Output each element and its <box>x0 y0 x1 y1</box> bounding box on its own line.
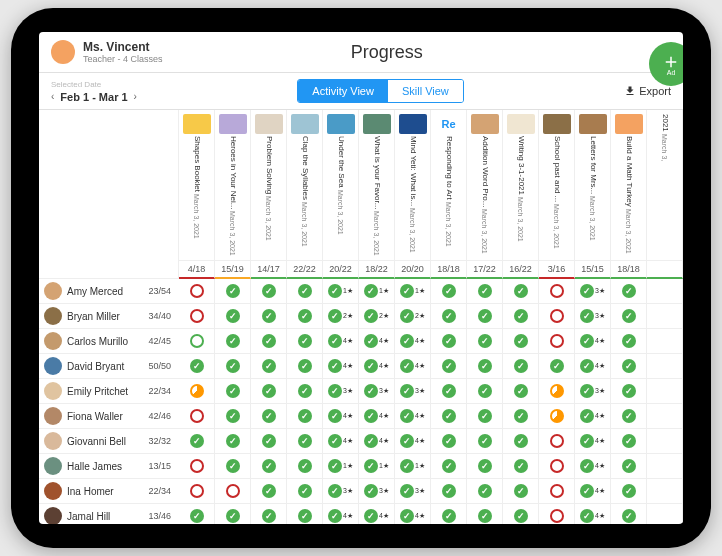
activity-header[interactable]: Under the SeaMarch 3, 2021 <box>323 110 359 260</box>
progress-cell[interactable] <box>539 379 575 404</box>
progress-cell[interactable] <box>287 504 323 524</box>
student-row-label[interactable]: Amy Merced23/54 <box>39 279 179 304</box>
progress-cell[interactable] <box>611 504 647 524</box>
progress-cell[interactable] <box>503 379 539 404</box>
progress-cell[interactable] <box>539 279 575 304</box>
progress-cell[interactable] <box>539 404 575 429</box>
progress-cell[interactable] <box>611 379 647 404</box>
progress-cell[interactable]: 4★ <box>395 404 431 429</box>
progress-grid[interactable]: Shapes BookletMarch 3, 2021Heroes in You… <box>39 110 683 524</box>
progress-cell[interactable] <box>287 379 323 404</box>
progress-cell[interactable] <box>179 454 215 479</box>
progress-cell[interactable] <box>611 429 647 454</box>
progress-cell[interactable]: 3★ <box>323 479 359 504</box>
progress-cell[interactable] <box>251 379 287 404</box>
progress-cell[interactable] <box>611 304 647 329</box>
progress-cell[interactable] <box>215 479 251 504</box>
progress-cell[interactable] <box>611 279 647 304</box>
student-row-label[interactable]: Ina Homer22/34 <box>39 479 179 504</box>
progress-cell[interactable] <box>179 429 215 454</box>
progress-cell[interactable] <box>431 479 467 504</box>
progress-cell[interactable] <box>539 304 575 329</box>
progress-cell[interactable] <box>179 379 215 404</box>
progress-cell[interactable]: 4★ <box>575 454 611 479</box>
progress-cell[interactable]: 3★ <box>575 279 611 304</box>
progress-cell[interactable]: 4★ <box>575 479 611 504</box>
progress-cell[interactable]: 4★ <box>323 404 359 429</box>
activity-header[interactable]: Heroes in Your Nei...March 3, 2021 <box>215 110 251 260</box>
progress-cell[interactable]: 4★ <box>395 329 431 354</box>
export-button[interactable]: Export <box>624 85 671 97</box>
progress-cell[interactable] <box>251 479 287 504</box>
progress-cell[interactable] <box>467 404 503 429</box>
progress-cell[interactable] <box>215 404 251 429</box>
skill-view-tab[interactable]: Skill View <box>388 80 463 102</box>
activity-header[interactable]: 2021March 3, <box>647 110 683 260</box>
progress-cell[interactable] <box>611 404 647 429</box>
progress-cell[interactable] <box>179 329 215 354</box>
student-row-label[interactable]: Jamal Hill13/46 <box>39 504 179 524</box>
progress-cell[interactable] <box>179 479 215 504</box>
progress-cell[interactable]: 4★ <box>575 329 611 354</box>
progress-cell[interactable] <box>215 329 251 354</box>
progress-cell[interactable] <box>215 429 251 454</box>
progress-cell[interactable] <box>251 429 287 454</box>
activity-header[interactable]: Shapes BookletMarch 3, 2021 <box>179 110 215 260</box>
progress-cell[interactable]: 2★ <box>359 304 395 329</box>
progress-cell[interactable] <box>467 429 503 454</box>
progress-cell[interactable] <box>467 304 503 329</box>
progress-cell[interactable] <box>251 354 287 379</box>
progress-cell[interactable]: 3★ <box>359 379 395 404</box>
progress-cell[interactable]: 1★ <box>395 454 431 479</box>
progress-cell[interactable]: 1★ <box>323 279 359 304</box>
progress-cell[interactable] <box>467 379 503 404</box>
progress-cell[interactable] <box>467 329 503 354</box>
activity-header[interactable]: Writing 3-1-2021March 3, 2021 <box>503 110 539 260</box>
progress-cell[interactable] <box>431 279 467 304</box>
progress-cell[interactable] <box>431 454 467 479</box>
prev-date-button[interactable]: ‹ <box>51 91 54 102</box>
progress-cell[interactable] <box>539 504 575 524</box>
progress-cell[interactable] <box>539 479 575 504</box>
progress-cell[interactable] <box>287 454 323 479</box>
progress-cell[interactable] <box>179 354 215 379</box>
student-row-label[interactable]: David Bryant50/50 <box>39 354 179 379</box>
progress-cell[interactable] <box>215 504 251 524</box>
progress-cell[interactable]: 3★ <box>395 379 431 404</box>
progress-cell[interactable] <box>431 304 467 329</box>
progress-cell[interactable]: 4★ <box>359 504 395 524</box>
activity-header[interactable]: ReResponding to ArtMarch 3, 2021 <box>431 110 467 260</box>
progress-cell[interactable] <box>431 404 467 429</box>
progress-cell[interactable]: 4★ <box>575 404 611 429</box>
progress-cell[interactable] <box>179 504 215 524</box>
progress-cell[interactable] <box>503 404 539 429</box>
progress-cell[interactable] <box>611 354 647 379</box>
progress-cell[interactable]: 1★ <box>359 279 395 304</box>
progress-cell[interactable] <box>215 279 251 304</box>
progress-cell[interactable]: 4★ <box>359 354 395 379</box>
activity-header[interactable]: Problem SolvingMarch 3, 2021 <box>251 110 287 260</box>
progress-cell[interactable] <box>503 354 539 379</box>
progress-cell[interactable] <box>467 479 503 504</box>
student-row-label[interactable]: Emily Pritchet22/34 <box>39 379 179 404</box>
progress-cell[interactable] <box>503 504 539 524</box>
progress-cell[interactable] <box>503 429 539 454</box>
progress-cell[interactable] <box>287 279 323 304</box>
activity-header[interactable]: Clap the SyllablesMarch 3, 2021 <box>287 110 323 260</box>
progress-cell[interactable] <box>287 404 323 429</box>
progress-cell[interactable] <box>287 354 323 379</box>
progress-cell[interactable] <box>539 329 575 354</box>
progress-cell[interactable]: 4★ <box>323 329 359 354</box>
progress-cell[interactable] <box>215 379 251 404</box>
progress-cell[interactable] <box>503 279 539 304</box>
progress-cell[interactable] <box>431 379 467 404</box>
progress-cell[interactable] <box>179 279 215 304</box>
progress-cell[interactable] <box>539 429 575 454</box>
activity-header[interactable]: Addition Word Pro...March 3, 2021 <box>467 110 503 260</box>
date-range[interactable]: Feb 1 - Mar 1 <box>60 91 127 103</box>
progress-cell[interactable]: 4★ <box>395 354 431 379</box>
progress-cell[interactable]: 4★ <box>323 504 359 524</box>
progress-cell[interactable] <box>503 454 539 479</box>
progress-cell[interactable] <box>611 329 647 354</box>
progress-cell[interactable]: 3★ <box>359 479 395 504</box>
